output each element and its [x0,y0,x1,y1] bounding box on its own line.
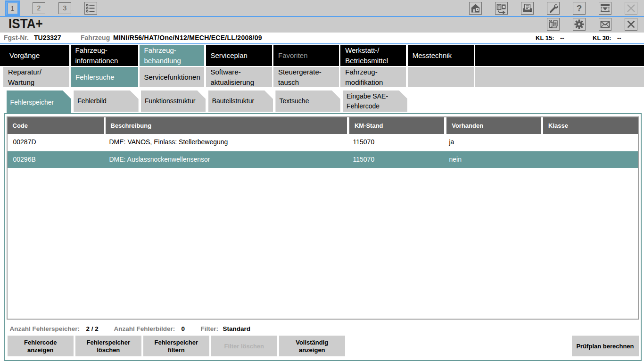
svg-text:?: ? [577,3,582,13]
